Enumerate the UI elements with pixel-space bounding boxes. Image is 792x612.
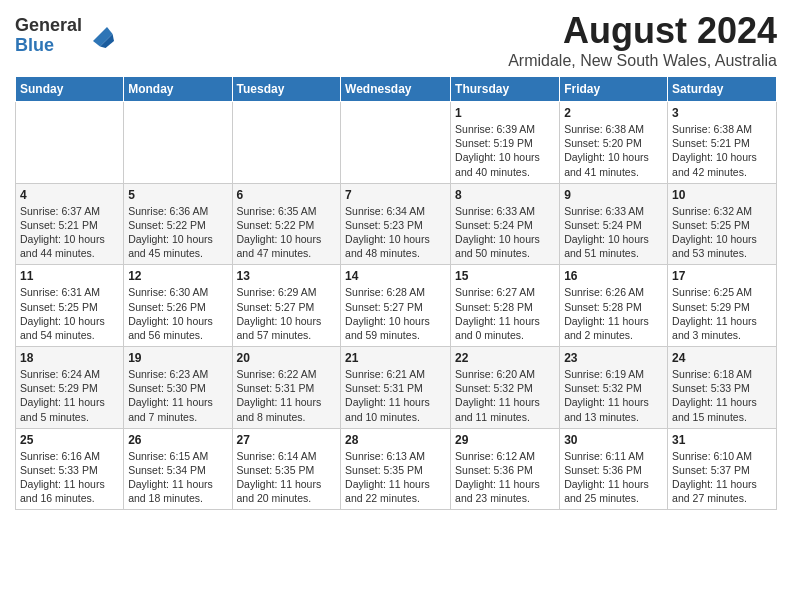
calendar-cell: 31Sunrise: 6:10 AM Sunset: 5:37 PM Dayli… [668, 428, 777, 510]
day-info: Sunrise: 6:23 AM Sunset: 5:30 PM Dayligh… [128, 367, 227, 424]
logo: General Blue [15, 16, 114, 56]
calendar-week-row: 4Sunrise: 6:37 AM Sunset: 5:21 PM Daylig… [16, 183, 777, 265]
calendar-cell: 22Sunrise: 6:20 AM Sunset: 5:32 PM Dayli… [451, 347, 560, 429]
calendar-cell: 28Sunrise: 6:13 AM Sunset: 5:35 PM Dayli… [341, 428, 451, 510]
logo-blue: Blue [15, 36, 82, 56]
logo-icon [86, 20, 114, 48]
day-number: 23 [564, 351, 663, 365]
calendar-cell: 5Sunrise: 6:36 AM Sunset: 5:22 PM Daylig… [124, 183, 232, 265]
day-info: Sunrise: 6:13 AM Sunset: 5:35 PM Dayligh… [345, 449, 446, 506]
main-title: August 2024 [508, 10, 777, 52]
day-info: Sunrise: 6:26 AM Sunset: 5:28 PM Dayligh… [564, 285, 663, 342]
calendar-cell: 23Sunrise: 6:19 AM Sunset: 5:32 PM Dayli… [560, 347, 668, 429]
day-info: Sunrise: 6:31 AM Sunset: 5:25 PM Dayligh… [20, 285, 119, 342]
day-info: Sunrise: 6:11 AM Sunset: 5:36 PM Dayligh… [564, 449, 663, 506]
calendar-cell: 17Sunrise: 6:25 AM Sunset: 5:29 PM Dayli… [668, 265, 777, 347]
calendar-cell: 4Sunrise: 6:37 AM Sunset: 5:21 PM Daylig… [16, 183, 124, 265]
calendar-week-row: 25Sunrise: 6:16 AM Sunset: 5:33 PM Dayli… [16, 428, 777, 510]
day-info: Sunrise: 6:10 AM Sunset: 5:37 PM Dayligh… [672, 449, 772, 506]
weekday-header: Saturday [668, 77, 777, 102]
weekday-header: Wednesday [341, 77, 451, 102]
logo-text: General Blue [15, 16, 82, 56]
calendar-cell: 24Sunrise: 6:18 AM Sunset: 5:33 PM Dayli… [668, 347, 777, 429]
weekday-header: Monday [124, 77, 232, 102]
day-number: 16 [564, 269, 663, 283]
calendar-cell: 19Sunrise: 6:23 AM Sunset: 5:30 PM Dayli… [124, 347, 232, 429]
day-number: 2 [564, 106, 663, 120]
day-number: 5 [128, 188, 227, 202]
day-number: 12 [128, 269, 227, 283]
day-number: 31 [672, 433, 772, 447]
day-number: 21 [345, 351, 446, 365]
calendar-cell: 11Sunrise: 6:31 AM Sunset: 5:25 PM Dayli… [16, 265, 124, 347]
day-info: Sunrise: 6:38 AM Sunset: 5:21 PM Dayligh… [672, 122, 772, 179]
day-info: Sunrise: 6:15 AM Sunset: 5:34 PM Dayligh… [128, 449, 227, 506]
calendar-cell: 29Sunrise: 6:12 AM Sunset: 5:36 PM Dayli… [451, 428, 560, 510]
day-number: 8 [455, 188, 555, 202]
calendar-cell: 3Sunrise: 6:38 AM Sunset: 5:21 PM Daylig… [668, 102, 777, 184]
calendar-cell: 20Sunrise: 6:22 AM Sunset: 5:31 PM Dayli… [232, 347, 341, 429]
calendar-cell: 1Sunrise: 6:39 AM Sunset: 5:19 PM Daylig… [451, 102, 560, 184]
calendar-cell: 8Sunrise: 6:33 AM Sunset: 5:24 PM Daylig… [451, 183, 560, 265]
calendar-cell: 21Sunrise: 6:21 AM Sunset: 5:31 PM Dayli… [341, 347, 451, 429]
day-info: Sunrise: 6:38 AM Sunset: 5:20 PM Dayligh… [564, 122, 663, 179]
day-info: Sunrise: 6:16 AM Sunset: 5:33 PM Dayligh… [20, 449, 119, 506]
day-info: Sunrise: 6:22 AM Sunset: 5:31 PM Dayligh… [237, 367, 337, 424]
day-number: 4 [20, 188, 119, 202]
calendar-cell [341, 102, 451, 184]
day-number: 25 [20, 433, 119, 447]
day-info: Sunrise: 6:32 AM Sunset: 5:25 PM Dayligh… [672, 204, 772, 261]
day-info: Sunrise: 6:33 AM Sunset: 5:24 PM Dayligh… [564, 204, 663, 261]
day-info: Sunrise: 6:25 AM Sunset: 5:29 PM Dayligh… [672, 285, 772, 342]
calendar-cell: 26Sunrise: 6:15 AM Sunset: 5:34 PM Dayli… [124, 428, 232, 510]
day-info: Sunrise: 6:18 AM Sunset: 5:33 PM Dayligh… [672, 367, 772, 424]
day-info: Sunrise: 6:36 AM Sunset: 5:22 PM Dayligh… [128, 204, 227, 261]
calendar-cell: 9Sunrise: 6:33 AM Sunset: 5:24 PM Daylig… [560, 183, 668, 265]
day-info: Sunrise: 6:34 AM Sunset: 5:23 PM Dayligh… [345, 204, 446, 261]
day-number: 13 [237, 269, 337, 283]
day-info: Sunrise: 6:29 AM Sunset: 5:27 PM Dayligh… [237, 285, 337, 342]
day-number: 9 [564, 188, 663, 202]
day-number: 10 [672, 188, 772, 202]
header: General Blue August 2024 Armidale, New S… [15, 10, 777, 70]
day-number: 17 [672, 269, 772, 283]
day-number: 27 [237, 433, 337, 447]
calendar-cell: 16Sunrise: 6:26 AM Sunset: 5:28 PM Dayli… [560, 265, 668, 347]
calendar-cell: 12Sunrise: 6:30 AM Sunset: 5:26 PM Dayli… [124, 265, 232, 347]
day-info: Sunrise: 6:21 AM Sunset: 5:31 PM Dayligh… [345, 367, 446, 424]
calendar: SundayMondayTuesdayWednesdayThursdayFrid… [15, 76, 777, 510]
day-number: 24 [672, 351, 772, 365]
day-info: Sunrise: 6:35 AM Sunset: 5:22 PM Dayligh… [237, 204, 337, 261]
day-number: 30 [564, 433, 663, 447]
calendar-cell: 15Sunrise: 6:27 AM Sunset: 5:28 PM Dayli… [451, 265, 560, 347]
calendar-cell: 18Sunrise: 6:24 AM Sunset: 5:29 PM Dayli… [16, 347, 124, 429]
day-info: Sunrise: 6:30 AM Sunset: 5:26 PM Dayligh… [128, 285, 227, 342]
calendar-cell: 25Sunrise: 6:16 AM Sunset: 5:33 PM Dayli… [16, 428, 124, 510]
calendar-cell [16, 102, 124, 184]
day-info: Sunrise: 6:27 AM Sunset: 5:28 PM Dayligh… [455, 285, 555, 342]
day-number: 15 [455, 269, 555, 283]
day-number: 14 [345, 269, 446, 283]
day-number: 7 [345, 188, 446, 202]
day-info: Sunrise: 6:19 AM Sunset: 5:32 PM Dayligh… [564, 367, 663, 424]
weekday-header: Friday [560, 77, 668, 102]
day-info: Sunrise: 6:12 AM Sunset: 5:36 PM Dayligh… [455, 449, 555, 506]
day-info: Sunrise: 6:28 AM Sunset: 5:27 PM Dayligh… [345, 285, 446, 342]
day-number: 18 [20, 351, 119, 365]
weekday-header-row: SundayMondayTuesdayWednesdayThursdayFrid… [16, 77, 777, 102]
calendar-cell: 10Sunrise: 6:32 AM Sunset: 5:25 PM Dayli… [668, 183, 777, 265]
calendar-cell: 6Sunrise: 6:35 AM Sunset: 5:22 PM Daylig… [232, 183, 341, 265]
day-number: 22 [455, 351, 555, 365]
weekday-header: Tuesday [232, 77, 341, 102]
day-number: 19 [128, 351, 227, 365]
calendar-cell [232, 102, 341, 184]
day-info: Sunrise: 6:37 AM Sunset: 5:21 PM Dayligh… [20, 204, 119, 261]
weekday-header: Sunday [16, 77, 124, 102]
calendar-cell: 13Sunrise: 6:29 AM Sunset: 5:27 PM Dayli… [232, 265, 341, 347]
day-number: 28 [345, 433, 446, 447]
day-number: 11 [20, 269, 119, 283]
day-number: 3 [672, 106, 772, 120]
day-info: Sunrise: 6:14 AM Sunset: 5:35 PM Dayligh… [237, 449, 337, 506]
day-info: Sunrise: 6:20 AM Sunset: 5:32 PM Dayligh… [455, 367, 555, 424]
calendar-cell: 7Sunrise: 6:34 AM Sunset: 5:23 PM Daylig… [341, 183, 451, 265]
